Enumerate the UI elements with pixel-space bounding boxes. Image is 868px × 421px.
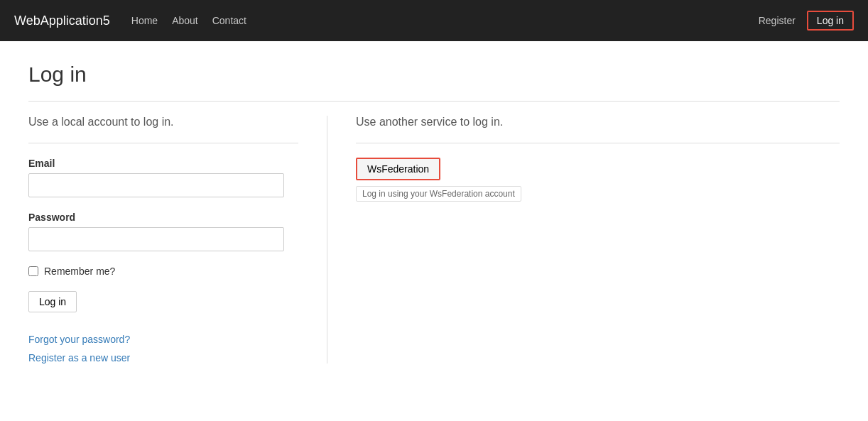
email-group: Email (28, 158, 298, 197)
nav-home[interactable]: Home (131, 15, 158, 26)
email-input[interactable] (28, 173, 284, 197)
password-group: Password (28, 212, 298, 251)
register-nav-link[interactable]: Register (759, 15, 796, 26)
remember-me-label: Remember me? (44, 266, 115, 277)
nav-about[interactable]: About (172, 15, 198, 26)
navbar-right: Register Log in (759, 11, 854, 31)
navbar: WebApplication5 Home About Contact Regis… (0, 0, 868, 41)
remember-me-group: Remember me? (28, 266, 298, 277)
main-content: Log in Use a local account to log in. Em… (0, 41, 868, 385)
password-input[interactable] (28, 227, 284, 251)
ws-federation-area: WsFederation Log in using your WsFederat… (356, 158, 840, 202)
nav-contact[interactable]: Contact (212, 15, 246, 26)
bottom-links: Forgot your password? Register as a new … (28, 334, 298, 363)
left-panel: Use a local account to log in. Email Pas… (28, 116, 327, 363)
right-heading: Use another service to log in. (356, 116, 840, 129)
remember-me-checkbox[interactable] (28, 266, 38, 276)
left-heading: Use a local account to log in. (28, 116, 298, 129)
right-panel: Use another service to log in. WsFederat… (327, 116, 840, 363)
page-title: Log in (28, 62, 840, 87)
divider (28, 101, 840, 102)
register-new-user-link[interactable]: Register as a new user (28, 352, 298, 363)
ws-federation-button[interactable]: WsFederation (356, 158, 440, 180)
forgot-password-link[interactable]: Forgot your password? (28, 334, 298, 345)
left-divider (28, 143, 298, 143)
nav-links: Home About Contact (131, 15, 759, 26)
brand-link[interactable]: WebApplication5 (14, 13, 110, 28)
password-label: Password (28, 212, 298, 223)
content-area: Use a local account to log in. Email Pas… (28, 116, 840, 363)
ws-tooltip: Log in using your WsFederation account (356, 186, 521, 202)
email-label: Email (28, 158, 298, 169)
login-nav-button[interactable]: Log in (807, 11, 854, 31)
login-button[interactable]: Log in (28, 291, 77, 312)
right-divider (356, 143, 840, 143)
